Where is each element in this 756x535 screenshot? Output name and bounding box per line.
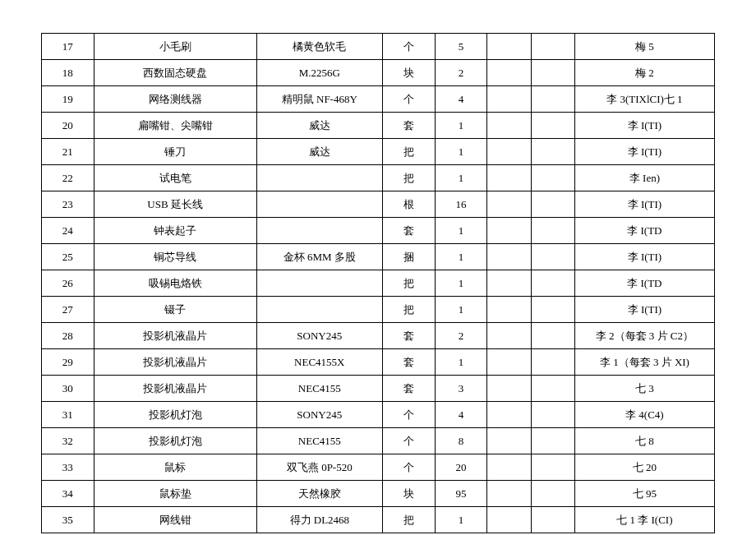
col-note: 李 I(TD xyxy=(574,218,714,244)
col-name: 鼠标垫 xyxy=(94,481,256,507)
col-note: 李 3(TIXlCI)七 1 xyxy=(574,86,714,113)
col-qty: 16 xyxy=(435,191,487,218)
col-extra2 xyxy=(531,165,574,191)
col-spec xyxy=(256,165,382,191)
col-extra2 xyxy=(531,402,574,428)
col-extra1 xyxy=(487,428,531,454)
col-index: 26 xyxy=(42,270,94,297)
col-index: 23 xyxy=(42,191,94,218)
col-unit: 个 xyxy=(382,428,435,454)
table-row: 18西数固态硬盘M.2256G块2梅 2 xyxy=(42,60,715,86)
col-spec xyxy=(256,218,382,244)
col-name: 小毛刷 xyxy=(94,34,256,60)
col-spec xyxy=(256,297,382,323)
col-spec: 金杯 6MM 多股 xyxy=(256,244,382,270)
col-unit: 套 xyxy=(382,349,435,376)
col-name: 投影机灯泡 xyxy=(94,428,256,454)
col-note: 七 95 xyxy=(574,481,714,507)
col-extra2 xyxy=(531,270,574,297)
table-row: 34鼠标垫天然橡胶块95七 95 xyxy=(42,481,715,507)
col-extra1 xyxy=(487,270,531,297)
col-qty: 1 xyxy=(435,349,487,376)
col-index: 19 xyxy=(42,86,94,113)
col-unit: 个 xyxy=(382,86,435,113)
col-extra2 xyxy=(531,139,574,165)
col-index: 22 xyxy=(42,165,94,191)
col-unit: 块 xyxy=(382,481,435,507)
col-index: 33 xyxy=(42,454,94,481)
col-extra2 xyxy=(531,218,574,244)
table-row: 17小毛刷橘黄色软毛个5梅 5 xyxy=(42,34,715,60)
col-index: 35 xyxy=(42,507,94,533)
col-qty: 1 xyxy=(435,165,487,191)
col-note: 李 1（每套 3 片 XI) xyxy=(574,349,714,376)
table-row: 28投影机液晶片SONY245套2李 2（每套 3 片 C2） xyxy=(42,323,715,349)
col-extra1 xyxy=(487,191,531,218)
col-qty: 95 xyxy=(435,481,487,507)
col-unit: 套 xyxy=(382,113,435,139)
col-extra2 xyxy=(531,454,574,481)
col-qty: 2 xyxy=(435,60,487,86)
col-extra2 xyxy=(531,34,574,60)
col-index: 29 xyxy=(42,349,94,376)
table-row: 23USB 延长线根16李 I(TI) xyxy=(42,191,715,218)
col-note: 李 I(TI) xyxy=(574,113,714,139)
col-spec: 威达 xyxy=(256,139,382,165)
col-index: 18 xyxy=(42,60,94,86)
col-extra1 xyxy=(487,454,531,481)
col-extra1 xyxy=(487,507,531,533)
col-unit: 把 xyxy=(382,507,435,533)
col-name: 钟表起子 xyxy=(94,218,256,244)
table-row: 27镊子把1李 I(TI) xyxy=(42,297,715,323)
col-name: 投影机液晶片 xyxy=(94,349,256,376)
col-unit: 根 xyxy=(382,191,435,218)
col-index: 31 xyxy=(42,402,94,428)
col-spec: NEC4155X xyxy=(256,349,382,376)
col-extra1 xyxy=(487,323,531,349)
col-extra2 xyxy=(531,244,574,270)
col-spec: 橘黄色软毛 xyxy=(256,34,382,60)
col-unit: 套 xyxy=(382,323,435,349)
col-spec: NEC4155 xyxy=(256,376,382,402)
col-name: 镊子 xyxy=(94,297,256,323)
col-index: 34 xyxy=(42,481,94,507)
col-extra1 xyxy=(487,60,531,86)
table-row: 33鼠标双飞燕 0P-520个20七 20 xyxy=(42,454,715,481)
col-index: 25 xyxy=(42,244,94,270)
col-unit: 把 xyxy=(382,139,435,165)
col-name: 西数固态硬盘 xyxy=(94,60,256,86)
col-spec xyxy=(256,191,382,218)
col-name: 锤刀 xyxy=(94,139,256,165)
col-unit: 套 xyxy=(382,218,435,244)
col-extra2 xyxy=(531,428,574,454)
col-qty: 1 xyxy=(435,244,487,270)
col-extra1 xyxy=(487,139,531,165)
col-index: 32 xyxy=(42,428,94,454)
col-note: 七 1 李 I(CI) xyxy=(574,507,714,533)
table-row: 30投影机液晶片NEC4155套3七 3 xyxy=(42,376,715,402)
col-unit: 块 xyxy=(382,60,435,86)
col-spec: NEC4155 xyxy=(256,428,382,454)
col-extra1 xyxy=(487,402,531,428)
col-name: 鼠标 xyxy=(94,454,256,481)
table-row: 25铜芯导线金杯 6MM 多股捆1李 I(TI) xyxy=(42,244,715,270)
col-note: 李 4(C4) xyxy=(574,402,714,428)
col-extra2 xyxy=(531,86,574,113)
col-extra1 xyxy=(487,244,531,270)
col-qty: 1 xyxy=(435,139,487,165)
col-qty: 1 xyxy=(435,218,487,244)
col-name: 网线钳 xyxy=(94,507,256,533)
inventory-table: 17小毛刷橘黄色软毛个5梅 518西数固态硬盘M.2256G块2梅 219网络测… xyxy=(41,33,715,533)
col-index: 30 xyxy=(42,376,94,402)
col-unit: 把 xyxy=(382,297,435,323)
col-note: 李 I(TI) xyxy=(574,244,714,270)
col-note: 李 I(TI) xyxy=(574,297,714,323)
col-unit: 个 xyxy=(382,454,435,481)
col-note: 七 3 xyxy=(574,376,714,402)
col-unit: 把 xyxy=(382,270,435,297)
col-qty: 2 xyxy=(435,323,487,349)
col-qty: 8 xyxy=(435,428,487,454)
col-unit: 个 xyxy=(382,34,435,60)
col-name: 投影机液晶片 xyxy=(94,323,256,349)
col-extra2 xyxy=(531,376,574,402)
